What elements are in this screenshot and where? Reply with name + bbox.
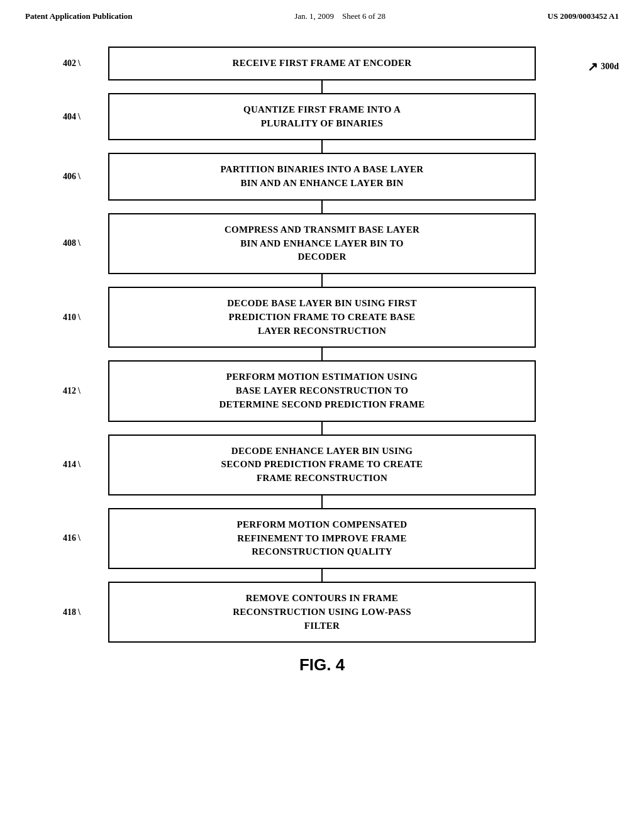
header-date-sheet: Jan. 1, 2009 Sheet 6 of 28 [294, 11, 386, 21]
connector-410 [321, 348, 323, 360]
step-label-416: 416\ [63, 533, 80, 543]
step-box-402: RECEIVE FIRST FRAME AT ENCODER [108, 47, 536, 80]
step-box-416: PERFORM MOTION COMPENSATED REFINEMENT TO… [108, 508, 536, 569]
step-box-412: PERFORM MOTION ESTIMATION USING BASE LAY… [108, 360, 536, 421]
step-row-414: 414\DECODE ENHANCE LAYER BIN USING SECON… [108, 434, 536, 495]
figure-label: FIG. 4 [299, 655, 345, 675]
connector-414 [321, 495, 323, 508]
header-patent-num: US 2009/0003452 A1 [548, 11, 619, 21]
step-box-418: REMOVE CONTOURS IN FRAME RECONSTRUCTION … [108, 582, 536, 643]
step-number-402: 402 [63, 58, 76, 69]
step-row-410: 410\DECODE BASE LAYER BIN USING FIRST PR… [108, 287, 536, 348]
connector-408 [321, 274, 323, 287]
step-row-416: 416\PERFORM MOTION COMPENSATED REFINEMEN… [108, 508, 536, 569]
step-label-404: 404\ [63, 112, 80, 122]
connector-402 [321, 80, 323, 93]
flow-container: 402\RECEIVE FIRST FRAME AT ENCODER404\QU… [108, 47, 536, 643]
header-date: Jan. 1, 2009 [294, 11, 334, 21]
step-row-412: 412\PERFORM MOTION ESTIMATION USING BASE… [108, 360, 536, 421]
step-box-410: DECODE BASE LAYER BIN USING FIRST PREDIC… [108, 287, 536, 348]
page-header: Patent Application Publication Jan. 1, 2… [0, 0, 644, 28]
step-number-412: 412 [63, 386, 76, 396]
header-publication: Patent Application Publication [25, 11, 132, 21]
step-label-arrow-406: \ [78, 172, 80, 182]
step-label-402: 402\ [63, 58, 80, 69]
connector-416 [321, 569, 323, 582]
step-label-408: 408\ [63, 238, 80, 248]
step-row-418: 418\REMOVE CONTOURS IN FRAME RECONSTRUCT… [108, 582, 536, 643]
step-row-406: 406\PARTITION BINARIES INTO A BASE LAYER… [108, 153, 536, 201]
ref-arrow-icon: ↗ [587, 59, 598, 74]
step-row-402: 402\RECEIVE FIRST FRAME AT ENCODER [108, 47, 536, 80]
step-row-408: 408\COMPRESS AND TRANSMIT BASE LAYER BIN… [108, 213, 536, 274]
step-number-414: 414 [63, 460, 76, 470]
step-number-416: 416 [63, 533, 76, 543]
step-box-408: COMPRESS AND TRANSMIT BASE LAYER BIN AND… [108, 213, 536, 274]
step-label-arrow-410: \ [78, 313, 80, 323]
connector-406 [321, 201, 323, 213]
connector-412 [321, 422, 323, 434]
step-box-414: DECODE ENHANCE LAYER BIN USING SECOND PR… [108, 434, 536, 495]
step-label-arrow-404: \ [78, 112, 80, 122]
header-sheet: Sheet 6 of 28 [342, 11, 386, 21]
ref-number: 300d [601, 62, 619, 72]
step-label-arrow-412: \ [78, 386, 80, 396]
step-number-406: 406 [63, 172, 76, 182]
diagram-area: ↗ 300d 402\RECEIVE FIRST FRAME AT ENCODE… [0, 28, 644, 687]
step-label-arrow-402: \ [78, 58, 80, 69]
step-row-404: 404\QUANTIZE FIRST FRAME INTO A PLURALIT… [108, 93, 536, 141]
step-label-arrow-408: \ [78, 238, 80, 248]
step-label-406: 406\ [63, 172, 80, 182]
diagram-ref-label: ↗ 300d [587, 59, 619, 74]
step-box-404: QUANTIZE FIRST FRAME INTO A PLURALITY OF… [108, 93, 536, 141]
step-number-404: 404 [63, 112, 76, 122]
step-label-arrow-416: \ [78, 533, 80, 543]
step-label-418: 418\ [63, 607, 80, 617]
step-label-414: 414\ [63, 460, 80, 470]
step-number-418: 418 [63, 607, 76, 617]
step-box-406: PARTITION BINARIES INTO A BASE LAYER BIN… [108, 153, 536, 201]
step-number-410: 410 [63, 313, 76, 323]
connector-404 [321, 140, 323, 153]
step-label-410: 410\ [63, 313, 80, 323]
step-label-arrow-414: \ [78, 460, 80, 470]
step-label-arrow-418: \ [78, 607, 80, 617]
step-label-412: 412\ [63, 386, 80, 396]
step-number-408: 408 [63, 238, 76, 248]
